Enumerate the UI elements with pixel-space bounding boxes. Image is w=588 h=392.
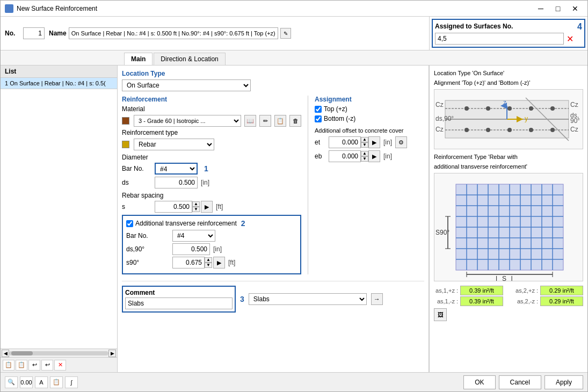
eb-down-btn[interactable]: ▼ (361, 156, 368, 162)
et-arrow-btn[interactable]: ▶ (368, 136, 380, 148)
no-input[interactable] (23, 27, 45, 39)
et-down-btn[interactable]: ▼ (361, 142, 368, 148)
grid-diagram-svg: S90° ⌊_S_⌋ (434, 173, 579, 281)
result-image-btn[interactable]: 🖼 (434, 308, 447, 321)
diagram-text3: Reinforcement Type 'Rebar with (434, 154, 583, 160)
transverse-box: Additional transverse reinforcement 2 Ba… (122, 215, 301, 274)
tab-main[interactable]: Main (124, 53, 153, 65)
tool-paste-btn[interactable]: 📋 (16, 360, 27, 371)
minimize-button[interactable]: ─ (533, 3, 549, 14)
assigned-input[interactable] (435, 33, 564, 45)
eb-up-btn[interactable]: ▲ (361, 151, 368, 156)
bottom-checkbox[interactable] (315, 115, 322, 122)
eb-input[interactable] (329, 150, 361, 162)
transverse-s-arrow-btn[interactable]: ▶ (213, 257, 225, 268)
list-item[interactable]: 1 On Surface | Rebar | No.: #4 | s: 0.5( (1, 78, 117, 89)
transverse-bar-no-select[interactable]: #4 #3 (172, 230, 215, 242)
material-info-btn[interactable]: 📖 (244, 115, 256, 127)
material-select[interactable]: 3 - Grade 60 | Isotropic ... (134, 115, 241, 127)
scroll-right-btn[interactable]: ▶ (108, 350, 116, 357)
material-copy-btn[interactable]: 📋 (274, 115, 286, 127)
location-type-select[interactable]: On Surface On Line At Point (122, 79, 251, 91)
result-as1mz: as,1,-z : 0.39 in²/ft (434, 296, 503, 306)
no-label: No. (5, 30, 21, 37)
material-edit-btn[interactable]: ✏ (259, 115, 271, 127)
svg-point-10 (486, 128, 490, 132)
rebar-color-swatch (122, 141, 129, 148)
scrollbar[interactable]: ◀ ▶ (1, 349, 117, 357)
top-checkbox[interactable] (315, 106, 322, 113)
transverse-checkbox[interactable] (126, 220, 133, 227)
ok-button[interactable]: OK (463, 375, 495, 389)
et-spinner: ▲ ▼ ▶ (329, 136, 380, 148)
svg-text:90°: 90° (570, 117, 579, 125)
eb-arrow-btn[interactable]: ▶ (368, 150, 380, 162)
material-delete-btn[interactable]: 🗑 (289, 115, 301, 127)
footer: 🔍 0.00 A 📋 ∫ OK Cancel Apply (1, 372, 587, 391)
tool-undo-btn[interactable]: ↩ (28, 360, 40, 371)
apply-button[interactable]: Apply (545, 375, 583, 389)
et-input[interactable] (329, 136, 361, 148)
result-row-2: as,1,-z : 0.39 in²/ft as,2,-z : 0.29 in²… (434, 296, 583, 306)
tool-redo-btn[interactable]: ↩ (41, 360, 53, 371)
material-color-swatch (122, 117, 129, 125)
svg-point-5 (486, 106, 490, 111)
transverse-s-up-btn[interactable]: ▲ (205, 257, 212, 263)
diagram-text4: additional transverse reinforcement' (434, 163, 583, 170)
assigned-label: Assigned to Surfaces No. (435, 23, 513, 30)
bottom-diagram: S90° ⌊_S_⌋ (434, 173, 583, 281)
s-arrow-btn[interactable]: ▶ (201, 201, 213, 213)
et-up-btn[interactable]: ▲ (361, 137, 368, 142)
svg-point-6 (507, 106, 512, 111)
transverse-s-input[interactable] (172, 257, 205, 268)
et-settings-btn[interactable]: ⚙ (395, 136, 407, 148)
s-down-btn[interactable]: ▼ (192, 207, 200, 212)
diagram-text2: Alignment 'Top (+z)' and 'Bottom (-z)' (434, 79, 583, 86)
header-num-indicator: 4 (577, 22, 582, 32)
bar-no-label: Bar No. (122, 165, 151, 172)
app-icon (5, 4, 13, 13)
comment-select[interactable]: Slabs (249, 293, 367, 305)
comment-action-btn[interactable]: → (371, 293, 383, 305)
name-input[interactable] (69, 27, 278, 39)
comment-section: Comment 3 Slabs → (122, 281, 424, 313)
tool-copy-btn[interactable]: 📋 (3, 360, 14, 371)
diagram-text1: Location Type 'On Surface' (434, 70, 583, 76)
titlebar-controls: ─ □ ✕ (533, 3, 583, 14)
list-scroll[interactable]: 1 On Surface | Rebar | No.: #4 | s: 0.5( (1, 78, 117, 349)
maximize-button[interactable]: □ (550, 3, 566, 14)
titlebar: New Surface Reinforcement ─ □ ✕ (1, 1, 587, 17)
transverse-ds-input[interactable] (172, 243, 210, 255)
comment-input[interactable] (125, 297, 233, 309)
header-main: No. Name ✎ (1, 17, 429, 50)
svg-text:S90°: S90° (435, 229, 449, 236)
scrollbar-track (9, 351, 108, 355)
copy-toolbar-btn[interactable]: 📋 (50, 376, 63, 388)
integral-toolbar-btn[interactable]: ∫ (65, 376, 78, 388)
assignment-label: Assignment (315, 96, 424, 103)
scroll-left-btn[interactable]: ◀ (2, 350, 9, 357)
result-as1z: as,1,+z : 0.39 in²/ft (434, 286, 503, 295)
reinforcement-type-select[interactable]: Rebar (134, 139, 214, 150)
svg-text:Cz: Cz (570, 101, 578, 108)
edit-name-button[interactable]: ✎ (280, 28, 291, 39)
top-header-row: No. Name ✎ Assigned to Surfaces No. 4 ✕ (1, 17, 587, 50)
value-toolbar-btn[interactable]: 0.00 (20, 376, 33, 388)
comment-label: Comment (125, 289, 233, 296)
s-up-btn[interactable]: ▲ (192, 201, 200, 207)
ds-input[interactable] (155, 177, 198, 188)
s-input[interactable] (155, 201, 192, 213)
transverse-s-label: s90° (126, 259, 169, 266)
bottom-checkbox-row: Bottom (-z) (315, 115, 424, 122)
cancel-button[interactable]: Cancel (499, 375, 541, 389)
search-toolbar-btn[interactable]: 🔍 (5, 376, 18, 388)
bar-no-select[interactable]: #4 #3 #5 (155, 163, 198, 175)
tab-direction-location[interactable]: Direction & Location (154, 53, 225, 65)
assigned-clear-button[interactable]: ✕ (565, 34, 575, 43)
as1z-value: 0.39 in²/ft (460, 286, 503, 295)
tool-delete-btn[interactable]: ✕ (54, 360, 66, 371)
name-label: Name (49, 30, 67, 37)
transverse-s-down-btn[interactable]: ▼ (205, 263, 212, 268)
close-button[interactable]: ✕ (567, 3, 583, 14)
text-toolbar-btn[interactable]: A (35, 376, 48, 388)
